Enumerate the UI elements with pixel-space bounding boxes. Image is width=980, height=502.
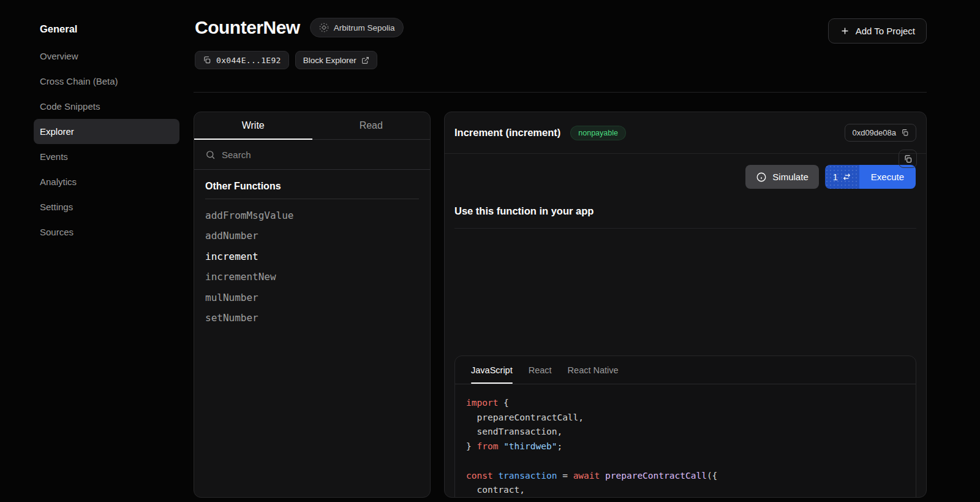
queue-count: 1 [833,172,838,182]
usage-heading: Use this function in your app [445,200,926,228]
add-to-project-button[interactable]: Add To Project [828,18,927,44]
queue-count-button[interactable]: 1 [825,165,859,189]
sidebar-item-cross-chain-beta[interactable]: Cross Chain (Beta) [34,69,179,94]
copy-address-button[interactable]: 0x044E...1E92 [195,51,289,69]
sidebar-item-events[interactable]: Events [34,144,179,169]
code-copy-button[interactable] [899,150,917,168]
copy-icon [901,129,909,137]
plus-icon [840,26,850,36]
swap-arrows-icon [842,172,851,181]
function-item-increment[interactable]: increment [205,246,419,267]
search-icon [205,150,216,160]
execute-button[interactable]: Execute [859,165,916,189]
functions-panel: WriteRead Other Functions addFromMsgValu… [194,112,431,498]
sidebar-item-code-snippets[interactable]: Code Snippets [34,94,179,119]
contract-header: CounterNew Arbitrum Sepolia 0x044E...1E9… [195,17,927,69]
code-line: contract, [466,483,879,498]
header-divider [194,92,927,93]
execute-label: Execute [871,172,904,182]
external-link-icon [361,56,369,64]
code-tab-javascript[interactable]: JavaScript [471,356,513,384]
sidebar-item-analytics[interactable]: Analytics [34,169,179,194]
block-explorer-button[interactable]: Block Explorer [295,51,377,69]
simulate-button[interactable]: Simulate [745,165,818,189]
sidebar: General OverviewCross Chain (Beta)Code S… [34,18,179,245]
simulate-label: Simulate [772,172,808,182]
tab-read[interactable]: Read [312,112,431,139]
sidebar-items: OverviewCross Chain (Beta)Code SnippetsE… [34,44,179,245]
tab-write[interactable]: Write [194,112,312,139]
action-row: Simulate 1 Execute [445,154,926,200]
info-icon [756,172,767,183]
sidebar-item-settings[interactable]: Settings [34,194,179,219]
code-snippet: import { prepareContractCall, sendTransa… [455,384,916,498]
function-item-incrementNew[interactable]: incrementNew [205,267,419,287]
function-title: Increment (increment) [454,127,560,139]
code-card: JavaScriptReactReact Native import { pre… [454,356,916,498]
function-detail-header: Increment (increment) nonpayable 0xd09de… [445,112,926,153]
network-icon [319,23,329,32]
usage-divider [454,228,916,229]
execute-split-button: 1 Execute [825,165,916,189]
network-badge[interactable]: Arbitrum Sepolia [310,18,404,37]
function-item-setNumber[interactable]: setNumber [205,308,419,328]
code-line: const transaction = await prepareContrac… [466,469,879,484]
sidebar-item-explorer[interactable]: Explorer [34,119,179,144]
search-input[interactable] [222,150,419,160]
contract-address: 0x044E...1E92 [216,56,281,65]
page-title: CounterNew [195,17,300,38]
network-badge-label: Arbitrum Sepolia [334,23,395,32]
code-tab-react[interactable]: React [529,356,552,384]
copy-icon [203,56,211,64]
code-language-tabbar: JavaScriptReactReact Native [455,356,916,384]
code-line [466,454,879,469]
function-search-row [194,140,430,170]
copy-icon [903,154,913,164]
function-detail-panel: Increment (increment) nonpayable 0xd09de… [444,112,927,498]
code-line: } from "thirdweb"; [466,439,879,454]
add-to-project-label: Add To Project [856,26,915,36]
block-explorer-label: Block Explorer [303,56,356,65]
sidebar-item-overview[interactable]: Overview [34,44,179,69]
sidebar-heading: General [34,18,179,44]
code-line: import { [466,396,879,411]
function-item-addNumber[interactable]: addNumber [205,226,419,246]
selector-value: 0xd09de08a [852,128,896,137]
function-item-addFromMsgValue[interactable]: addFromMsgValue [205,205,419,226]
sidebar-item-sources[interactable]: Sources [34,219,179,245]
code-tab-react-native[interactable]: React Native [568,356,619,384]
function-item-mulNumber[interactable]: mulNumber [205,287,419,308]
function-section-title: Other Functions [205,181,419,199]
mutability-badge: nonpayable [570,126,626,140]
write-read-tabbar: WriteRead [194,112,430,140]
code-line: sendTransaction, [466,425,879,439]
code-line: prepareContractCall, [466,411,879,425]
selector-copy-button[interactable]: 0xd09de08a [845,124,916,142]
function-list: addFromMsgValueaddNumberincrementincreme… [205,205,419,328]
